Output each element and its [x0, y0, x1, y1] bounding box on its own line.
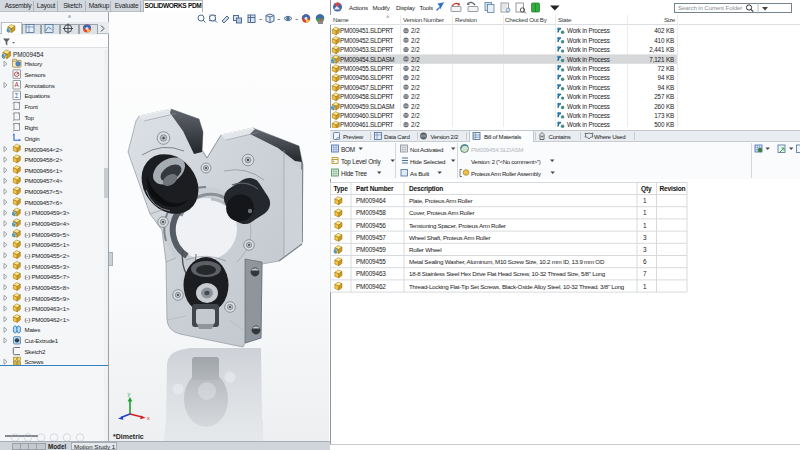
svg-text:PM009455: PM009455 — [356, 258, 386, 265]
svg-text:1: 1 — [643, 209, 647, 216]
svg-text:Type: Type — [334, 185, 349, 193]
svg-text:1: 1 — [643, 283, 647, 290]
svg-text:Wheel Shaft, Proteus Arm Rolle: Wheel Shaft, Proteus Arm Roller — [409, 234, 491, 241]
svg-text:PM009464: PM009464 — [356, 197, 386, 204]
svg-text:3: 3 — [643, 246, 647, 253]
svg-text:Revision: Revision — [660, 185, 686, 192]
svg-text:Thread-Locking Flat-Tip Set Sc: Thread-Locking Flat-Tip Set Screws, Blac… — [409, 283, 625, 290]
svg-text:Tensioning Spacer, Proteus Arm: Tensioning Spacer, Proteus Arm Roller — [409, 222, 506, 229]
svg-text:1: 1 — [643, 222, 647, 229]
svg-text:Metal Sealing Washer, Aluminum: Metal Sealing Washer, Aluminum, M10 Scre… — [409, 258, 605, 265]
svg-text:PM009458: PM009458 — [356, 209, 386, 216]
svg-text:Plate, Proteus Arm Roller: Plate, Proteus Arm Roller — [409, 197, 472, 204]
svg-text:7: 7 — [643, 270, 647, 277]
svg-text:18-8 Stainless Steel Hex Drive: 18-8 Stainless Steel Hex Drive Flat Head… — [409, 270, 606, 277]
svg-text:3: 3 — [643, 234, 647, 241]
svg-text:Qty: Qty — [641, 185, 652, 193]
svg-text:Cover, Proteus Arm Roller: Cover, Proteus Arm Roller — [409, 209, 474, 216]
svg-text:1: 1 — [643, 197, 647, 204]
svg-text:Part Number: Part Number — [356, 185, 394, 192]
svg-text:Roller Wheel: Roller Wheel — [409, 246, 441, 253]
svg-text:y: y — [128, 391, 131, 397]
svg-text:PM009459: PM009459 — [356, 246, 386, 253]
svg-text:Description: Description — [409, 185, 443, 193]
svg-text:PM009456: PM009456 — [356, 222, 386, 229]
svg-text:PM009462: PM009462 — [356, 283, 386, 290]
svg-text:6: 6 — [643, 258, 647, 265]
svg-text:x: x — [147, 415, 150, 421]
svg-text:PM009457: PM009457 — [356, 234, 386, 241]
svg-text:PM009463: PM009463 — [356, 270, 386, 277]
